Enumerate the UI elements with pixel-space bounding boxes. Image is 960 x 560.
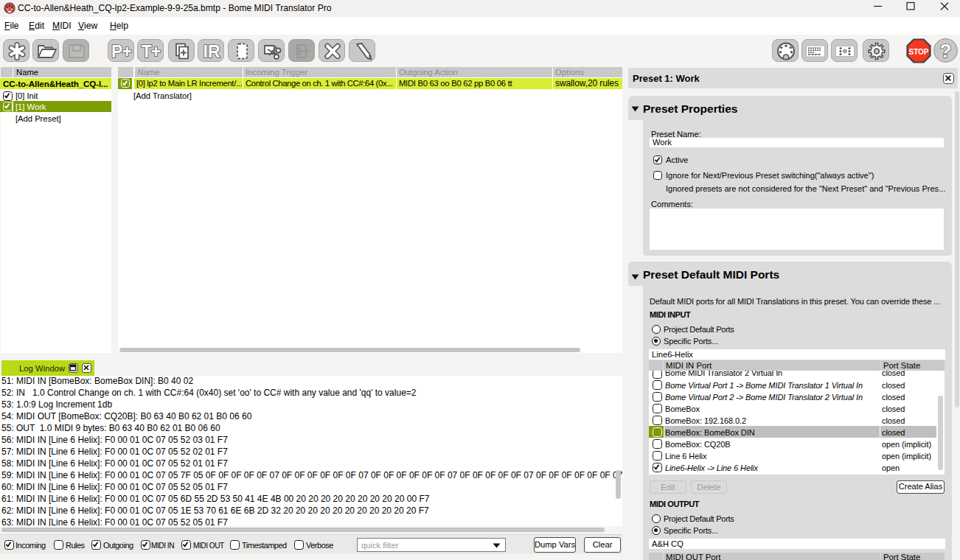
svg-text:P+: P+ (111, 42, 131, 61)
svg-text:IR: IR (204, 42, 220, 61)
svg-text:STOP: STOP (908, 48, 928, 56)
svg-text:?: ? (940, 40, 952, 62)
svg-text:T+: T+ (142, 42, 161, 61)
